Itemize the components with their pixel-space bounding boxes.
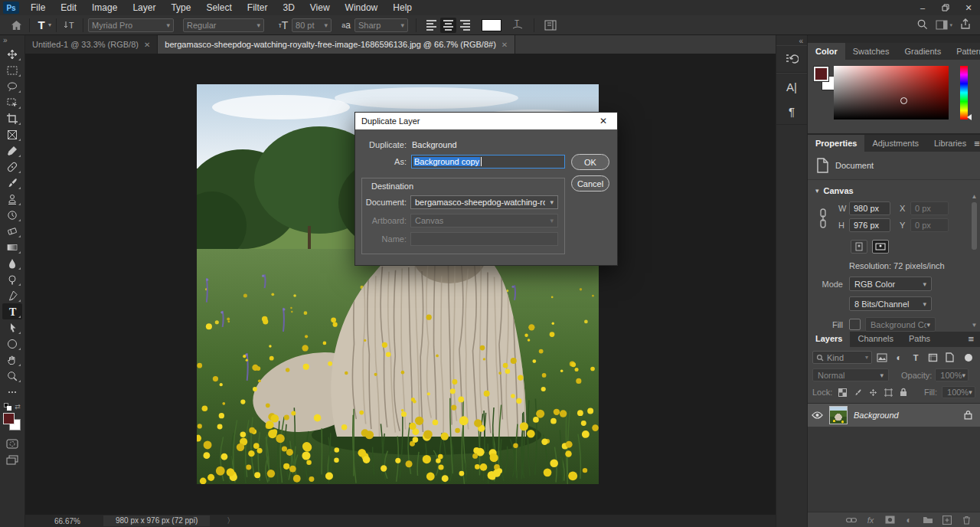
quick-mask-button[interactable] [2,436,22,452]
warp-text-icon[interactable]: T [509,17,526,34]
properties-scrollbar[interactable]: ▲ ▼ [970,193,978,329]
search-icon[interactable] [916,18,928,31]
zoom-level[interactable]: 66.67% [54,517,80,525]
properties-tab-libraries[interactable]: Libraries [926,135,974,152]
dock-collapse-icon[interactable]: « [776,35,807,45]
status-chevron-icon[interactable]: 〉 [227,516,234,526]
paragraph-panel-icon[interactable]: ¶ [782,103,801,119]
filter-adjustment-layers-icon[interactable]: ◐ [892,351,906,364]
filter-shape-layers-icon[interactable] [926,351,939,364]
new-adjustment-layer-icon[interactable]: ◐ [903,515,915,525]
fill-field[interactable]: 100%▾ [942,386,975,398]
object-selection-tool[interactable] [2,94,22,110]
menu-layer[interactable]: Layer [125,0,163,15]
fill-select[interactable]: Background Color▾ [865,317,936,332]
menu-type[interactable]: Type [163,0,198,15]
menu-edit[interactable]: Edit [53,0,84,15]
layer-visibility-toggle[interactable] [808,411,826,419]
font-size-select[interactable]: 80 pt▾ [292,18,332,32]
layer-lock-icon[interactable] [964,410,972,421]
zoom-tool[interactable] [2,368,22,384]
menu-filter[interactable]: Filter [240,0,276,15]
font-family-select[interactable]: Myriad Pro▾ [88,18,174,32]
properties-panel-menu-icon[interactable]: ≡ [974,135,980,152]
minimize-button[interactable]: – [911,0,934,15]
layers-tab-channels[interactable]: Channels [850,330,900,347]
new-layer-icon[interactable] [941,516,953,525]
menu-help[interactable]: Help [385,0,420,15]
lock-artboard-icon[interactable] [883,388,893,397]
menu-3d[interactable]: 3D [275,0,302,15]
document-tab-2[interactable]: bergamasco-sheepdog-watching-royalty-fre… [158,35,515,54]
width-field[interactable]: 980 px [849,201,890,215]
blend-mode-select[interactable]: Normal▾ [812,368,889,381]
destination-document-select[interactable]: bergamasco-sheepdog-watching-royalt...▾ [410,195,558,209]
layers-tab-paths[interactable]: Paths [901,330,938,347]
document-tab-1[interactable]: Untitled-1 @ 33.3% (RGB/8)✕ [25,35,158,54]
add-layer-mask-icon[interactable] [884,516,896,524]
pen-tool[interactable] [2,287,22,303]
workspace-switcher-icon[interactable]: ▾ [936,20,952,30]
filter-type-layers-icon[interactable]: T [909,351,923,364]
history-brush-tool[interactable] [2,207,22,223]
hue-slider[interactable] [960,66,968,119]
menu-file[interactable]: File [23,0,53,15]
foreground-color-swatch[interactable] [3,413,15,424]
fill-checkbox[interactable] [849,319,861,330]
layer-row-background[interactable]: Background [808,404,980,427]
layers-tab-layers[interactable]: Layers [808,330,850,347]
color-tab-patterns[interactable]: Patterns [949,43,980,60]
link-layers-icon[interactable] [845,517,858,523]
anti-alias-select[interactable]: Sharp▾ [354,18,408,32]
text-color-swatch[interactable] [482,19,501,31]
portrait-orientation-button[interactable] [851,240,867,254]
default-colors-icon[interactable] [4,403,11,411]
delete-layer-icon[interactable] [960,516,972,525]
character-panel-icon[interactable]: A| [782,78,801,95]
path-selection-tool[interactable] [2,319,22,336]
dialog-close-button[interactable]: ✕ [590,116,617,126]
text-orientation-icon[interactable]: T [61,17,78,34]
share-icon[interactable] [960,18,971,31]
eyedropper-tool[interactable] [2,142,22,159]
menu-window[interactable]: Window [338,0,386,15]
layer-filter-kind-select[interactable]: Kind▾ [812,351,872,364]
brush-tool[interactable] [2,175,22,191]
toggle-panels-icon[interactable] [542,17,559,34]
color-tab-swatches[interactable]: Swatches [845,43,897,60]
x-field[interactable]: 0 px [910,201,949,215]
clone-stamp-tool[interactable] [2,191,22,207]
menu-image[interactable]: Image [84,0,125,15]
dialog-title-bar[interactable]: Duplicate Layer ✕ [355,113,617,129]
bit-depth-select[interactable]: 8 Bits/Channel▾ [849,296,932,311]
height-field[interactable]: 976 px [849,218,890,232]
hand-tool[interactable] [2,352,22,368]
healing-brush-tool[interactable] [2,159,22,175]
close-button[interactable]: ✕ [957,0,980,15]
type-tool-preset[interactable]: T [34,17,48,34]
menu-view[interactable]: View [302,0,338,15]
swap-colors-icon[interactable]: ⇄ [15,403,21,411]
move-tool[interactable] [2,46,22,62]
tab-close-icon[interactable]: ✕ [501,41,508,49]
saturation-brightness-field[interactable] [834,66,949,119]
layer-thumbnail[interactable] [829,406,848,424]
new-group-icon[interactable] [922,516,934,524]
blur-tool[interactable] [2,255,22,271]
tab-close-icon[interactable]: ✕ [144,41,150,49]
y-field[interactable]: 0 px [910,218,949,232]
restore-button[interactable] [934,0,957,15]
color-mode-select[interactable]: RGB Color▾ [849,277,932,291]
layers-panel-menu-icon[interactable]: ≡ [968,330,980,347]
type-tool[interactable]: T [2,303,22,319]
hue-slider-arrow[interactable] [967,114,972,120]
screen-mode-button[interactable] [2,452,22,468]
align-right-button[interactable] [456,18,472,33]
lock-position-icon[interactable] [867,388,878,397]
lasso-tool[interactable] [2,78,22,94]
properties-tab-properties[interactable]: Properties [808,135,864,152]
color-picker-ring[interactable] [900,97,907,104]
marquee-tool[interactable] [2,62,22,78]
eraser-tool[interactable] [2,223,22,239]
canvas-section-header[interactable]: ▾ Canvas [815,186,980,195]
